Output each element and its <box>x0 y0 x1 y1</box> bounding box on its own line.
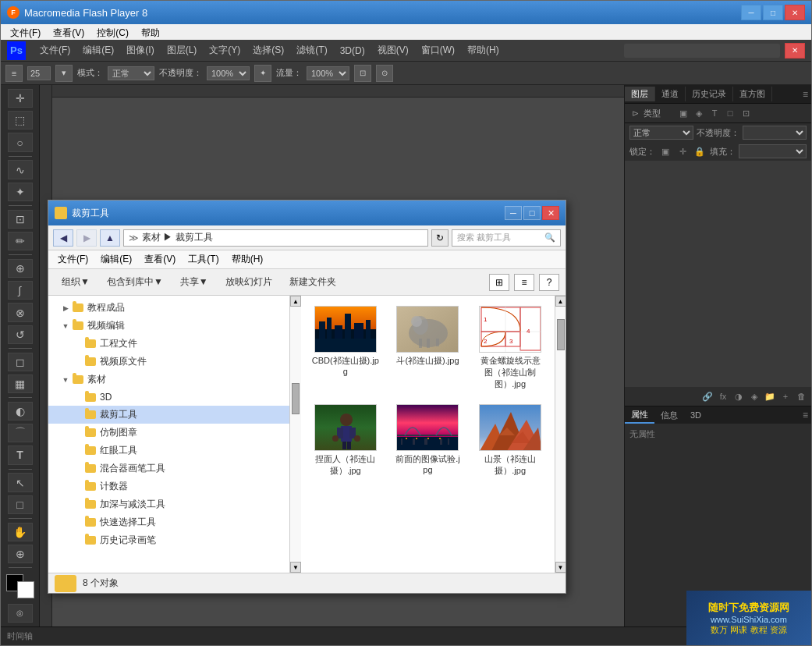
ps-tool-dodge[interactable]: ◐ <box>8 402 33 421</box>
ps-opacity-select[interactable]: 100% <box>207 66 250 80</box>
tree-item-chengguo[interactable]: ▶ 教程成品 <box>48 299 289 317</box>
ps-tab-histogram[interactable]: 直方图 <box>733 87 772 101</box>
ps-tool-text[interactable]: T <box>8 445 33 464</box>
ps-lock-pixel-icon[interactable]: ▣ <box>658 144 672 158</box>
dialog-up-button[interactable]: ▲ <box>100 229 120 247</box>
ps-fill-select[interactable] <box>739 144 807 158</box>
dialog-view-list-btn[interactable]: ≡ <box>514 274 534 291</box>
dialog-search-box[interactable]: 搜索 裁剪工具 🔍 <box>452 229 561 247</box>
ps-tab-channels[interactable]: 通道 <box>655 87 686 101</box>
tree-item-kuaisu[interactable]: 快速选择工具 <box>48 513 289 531</box>
ps-menu-file[interactable]: 文件(F) <box>34 42 76 59</box>
ps-folder-icon[interactable]: 📁 <box>763 389 777 403</box>
scrollbar-thumb[interactable] <box>292 383 300 414</box>
dialog-menu-tools[interactable]: 工具(T) <box>182 251 225 268</box>
file-item-bridge[interactable]: 前面的图像试验.jpg <box>390 400 466 481</box>
ps-tool-quickmask[interactable]: ◎ <box>8 604 33 623</box>
ps-blend-mode-select[interactable]: 正常 <box>629 126 693 140</box>
dialog-address-path[interactable]: ≫ 素材 ▶ 裁剪工具 <box>123 229 428 247</box>
ps-new-layer-icon[interactable]: + <box>778 389 792 403</box>
tree-item-sucai[interactable]: ▼ 素材 <box>48 371 289 389</box>
scrollbar-track[interactable] <box>290 307 301 562</box>
ps-tool-clone[interactable]: ⊗ <box>8 303 33 321</box>
ps-lock-all-icon[interactable]: 🔒 <box>693 144 707 158</box>
dialog-menu-file[interactable]: 文件(F) <box>51 251 94 268</box>
dialog-maximize-button[interactable]: □ <box>523 206 541 220</box>
flash-menu-control[interactable]: 控制(C) <box>90 25 135 41</box>
ps-mask-icon[interactable]: ◑ <box>732 389 746 403</box>
ps-tool-hand[interactable]: ✋ <box>8 523 33 541</box>
ps-filter-toggle[interactable]: ⊳ <box>628 106 642 120</box>
dialog-back-button[interactable]: ◀ <box>53 229 73 247</box>
ps-menu-select[interactable]: 选择(S) <box>246 42 290 59</box>
content-scroll-track[interactable] <box>555 307 566 562</box>
dialog-menu-edit[interactable]: 编辑(E) <box>94 251 138 268</box>
dialog-close-button[interactable]: ✕ <box>542 206 559 220</box>
ps-menu-edit[interactable]: 编辑(E) <box>76 42 120 59</box>
content-scroll-up[interactable]: ▲ <box>555 296 566 307</box>
ps-tool-eyedropper[interactable]: ✏ <box>8 232 33 250</box>
file-item-mountain[interactable]: 山景（祁连山摄）.jpg <box>472 400 548 481</box>
ps-menu-filter[interactable]: 滤镜(T) <box>290 42 333 59</box>
ps-filter-smart-icon[interactable]: ⊡ <box>739 106 753 120</box>
ps-menu-help[interactable]: 帮助(H) <box>461 42 505 59</box>
ps-menu-layer[interactable]: 图层(L) <box>161 42 204 59</box>
ps-tool-zoom[interactable]: ⊕ <box>8 545 33 563</box>
dialog-newfolder-btn[interactable]: 新建文件夹 <box>282 272 343 292</box>
dialog-slideshow-btn[interactable]: 放映幻灯片 <box>218 272 279 292</box>
ps-extra-btn[interactable]: ⊙ <box>376 65 393 82</box>
ps-filter-pixel-icon[interactable]: ▣ <box>676 106 690 120</box>
ps-link-icon[interactable]: 🔗 <box>700 389 714 403</box>
ps-tool-marquee-ellipse[interactable]: ○ <box>8 133 33 151</box>
ps-tool-pen[interactable]: ⌒ <box>8 424 33 442</box>
ps-lock-move-icon[interactable]: ✛ <box>675 144 690 158</box>
ps-menu-type[interactable]: 文字(Y) <box>203 42 246 59</box>
ps-tool-magic-wand[interactable]: ✦ <box>8 183 33 201</box>
ps-menu-view[interactable]: 视图(V) <box>371 42 415 59</box>
flash-menu-help[interactable]: 帮助 <box>135 25 166 41</box>
tree-item-jishu[interactable]: 计数器 <box>48 477 289 495</box>
ps-menu-image[interactable]: 图像(I) <box>120 42 160 59</box>
dialog-include-btn[interactable]: 包含到库中▼ <box>100 272 170 292</box>
content-scroll-thumb[interactable] <box>557 319 565 350</box>
ps-tool-move[interactable]: ✛ <box>8 89 33 108</box>
dialog-refresh-button[interactable]: ↻ <box>431 229 449 247</box>
dialog-minimize-button[interactable]: ─ <box>505 206 522 220</box>
ps-tab-history[interactable]: 历史记录 <box>686 87 733 101</box>
ps-brush-picker[interactable]: ▾ <box>55 65 73 82</box>
ps-tool-lasso[interactable]: ∿ <box>8 160 33 179</box>
ps-tool-shape[interactable]: □ <box>8 495 33 514</box>
ps-airbrush-btn[interactable]: ✦ <box>254 65 271 82</box>
ps-menu-window[interactable]: 窗口(W) <box>415 42 461 59</box>
tree-item-gongcheng[interactable]: 工程文件 <box>48 335 289 353</box>
ps-tablet-btn[interactable]: ⊡ <box>354 65 371 82</box>
ps-tool-marquee-rect[interactable]: ⬚ <box>8 111 33 130</box>
dialog-organize-btn[interactable]: 组织▼ <box>55 272 97 292</box>
dialog-share-btn[interactable]: 共享▼ <box>173 272 215 292</box>
flash-maximize-button[interactable]: □ <box>763 5 783 20</box>
ps-adjustment-icon[interactable]: ◈ <box>747 389 761 403</box>
ps-mode-select[interactable]: 正常 <box>108 66 154 80</box>
ps-tool-brush[interactable]: ∫ <box>8 281 33 300</box>
tree-item-3d[interactable]: 3D <box>48 389 289 406</box>
tree-item-hunhe[interactable]: 混合器画笔工具 <box>48 460 289 477</box>
ps-tool-path-select[interactable]: ↖ <box>8 473 33 492</box>
ps-tool-eraser[interactable]: ◻ <box>8 353 33 371</box>
ps-flow-select[interactable]: 100% <box>307 66 349 80</box>
file-item-cbd[interactable]: CBD(祁连山摄).jpg <box>307 302 384 394</box>
content-scroll-down[interactable]: ▼ <box>555 562 566 573</box>
file-item-dou[interactable]: 斗(祁连山摄).jpg <box>390 302 466 394</box>
ps-panel-expand[interactable]: ≡ <box>800 89 811 100</box>
ps-delete-layer-icon[interactable]: 🗑 <box>794 389 808 403</box>
scrollbar-up-btn[interactable]: ▲ <box>290 296 301 307</box>
dialog-menu-view[interactable]: 查看(V) <box>138 251 182 268</box>
tree-item-fanzhizhang[interactable]: 仿制图章 <box>48 424 289 442</box>
ps-info-tab[interactable]: 信息 <box>654 408 684 423</box>
tree-item-jiashen[interactable]: 加深与减淡工具 <box>48 495 289 513</box>
ps-brush-size-input[interactable] <box>27 66 51 80</box>
tree-item-caijian[interactable]: 裁剪工具 <box>48 406 289 424</box>
dialog-forward-button[interactable]: ▶ <box>76 229 97 247</box>
dialog-view-btn[interactable]: ⊞ <box>489 274 509 291</box>
ps-background-color[interactable] <box>17 581 34 598</box>
tree-item-lishi[interactable]: 历史记录画笔 <box>48 531 289 549</box>
